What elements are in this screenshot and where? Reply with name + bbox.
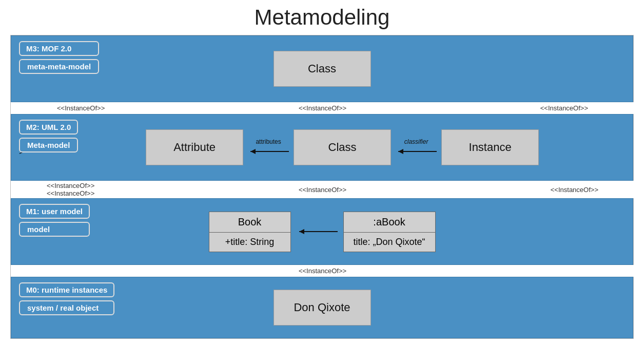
connector-m3-m2-right: <<InstanceOf>> — [540, 104, 588, 112]
m1-book-attr: +title: String — [209, 233, 290, 252]
arrow-classifier — [393, 146, 439, 157]
arrow-attributes — [245, 146, 291, 157]
arrow-attributes-label: attributes — [256, 138, 281, 145]
connector-m3-m2-center: <<InstanceOf>> — [299, 104, 346, 112]
svg-marker-3 — [398, 149, 403, 154]
band-m0: M0: runtime instances system / real obje… — [11, 277, 633, 338]
band-m3-level: M3: MOF 2.0 — [19, 41, 99, 56]
m1-book-box: Book +title: String — [209, 212, 291, 252]
connector-m1-m0: <<InstanceOf>> — [11, 265, 634, 277]
m1-abook-box: :aBook title: „Don Qixote“ — [343, 212, 436, 252]
band-m1: M1: user model model Book +title: String… — [11, 198, 633, 265]
band-m0-level: M0: runtime instances — [19, 282, 114, 297]
connector-m3-m2: <<InstanceOf>> <<InstanceOf>> <<Instance… — [11, 102, 634, 114]
band-m0-labels: M0: runtime instances system / real obje… — [19, 282, 114, 315]
band-m3-labels: M3: MOF 2.0 meta-meta-model — [19, 41, 99, 74]
connector-m2-m1: <<InstanceOf>> <<InstanceOf>> <<Instance… — [11, 181, 634, 198]
m0-donqixote-box: Don Qixote — [274, 290, 371, 326]
connector-m2-m1-left2: <<InstanceOf>> — [47, 189, 94, 197]
m2-attribute-box: Attribute — [146, 129, 243, 165]
band-m2-labels: M2: UML 2.0 Meta-model — [19, 120, 78, 153]
band-m0-sublabel: system / real object — [19, 300, 114, 315]
band-m2-sublabel: Meta-model — [19, 138, 78, 153]
m1-abook-title: :aBook — [344, 212, 435, 233]
m2-instance-box: Instance — [441, 129, 539, 165]
band-m1-level: M1: user model — [19, 204, 90, 219]
band-m3: M3: MOF 2.0 meta-meta-model Class — [11, 35, 633, 102]
m1-book-title: Book — [209, 212, 290, 233]
arrow-classifier-label: classifier — [404, 138, 428, 145]
arrow-m1 — [294, 226, 340, 237]
page-title: Metamodeling — [8, 5, 636, 30]
band-m2: M2: UML 2.0 Meta-model Instance --> Attr… — [11, 114, 633, 181]
connector-m2-m1-right: <<InstanceOf>> — [551, 186, 598, 194]
connector-m3-m2-left: <<InstanceOf>> — [57, 104, 105, 112]
svg-marker-5 — [299, 229, 304, 234]
connector-m2-m1-center: <<InstanceOf>> — [299, 186, 346, 194]
connector-m2-m1-left1: <<InstanceOf>> — [47, 182, 94, 189]
m2-class-box: Class — [294, 129, 391, 165]
m3-class-box: Class — [274, 51, 371, 87]
band-m2-level: M2: UML 2.0 — [19, 120, 78, 135]
band-m1-labels: M1: user model model — [19, 204, 90, 237]
m1-abook-attr: title: „Don Qixote“ — [344, 233, 435, 252]
connector-m1-m0-center: <<InstanceOf>> — [299, 267, 346, 275]
band-m3-sublabel: meta-meta-model — [19, 59, 99, 74]
svg-marker-1 — [250, 149, 256, 154]
band-m1-sublabel: model — [19, 222, 90, 237]
